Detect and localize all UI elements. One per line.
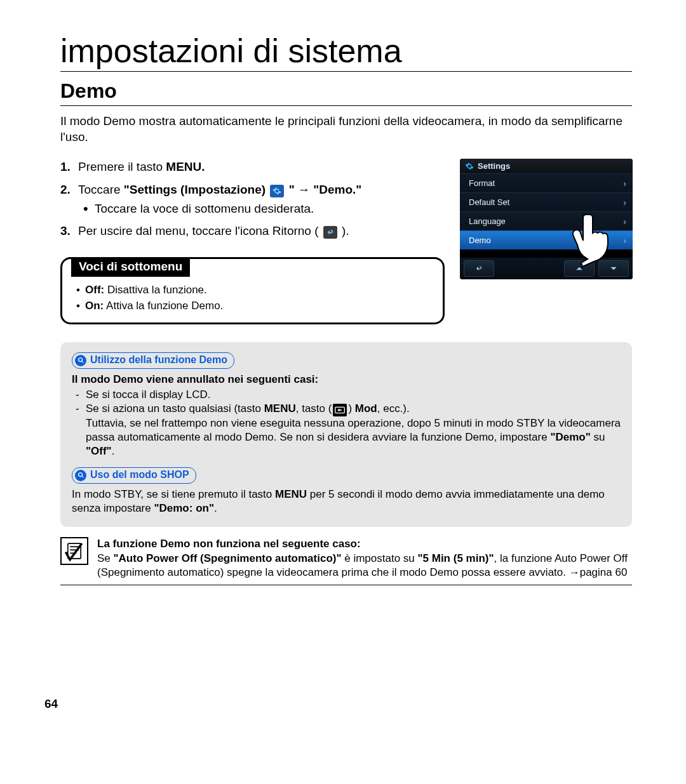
screen-row-label: Format bbox=[469, 178, 495, 188]
up-button[interactable] bbox=[564, 260, 595, 277]
note-heading: Il modo Demo viene annullato nei seguent… bbox=[72, 373, 318, 385]
screen-footer bbox=[460, 258, 633, 279]
t: Se bbox=[97, 552, 114, 564]
gear-icon bbox=[465, 162, 474, 171]
screen-row-default-set[interactable]: Default Set› bbox=[460, 192, 633, 211]
t: Se si aziona un tasto qualsiasi (tasto bbox=[86, 402, 264, 415]
step-2: Toccare "Settings (Impostazione) " → "De… bbox=[60, 182, 445, 216]
page-number: 64 bbox=[44, 697, 58, 711]
mode-icon bbox=[333, 404, 347, 416]
t: . bbox=[112, 445, 115, 457]
step-2-bold-a: "Settings (Impostazione) bbox=[124, 183, 269, 196]
note-pill-label: Uso del modo SHOP bbox=[90, 468, 189, 482]
chevron-right-icon: › bbox=[623, 197, 626, 208]
down-button[interactable] bbox=[598, 260, 629, 277]
camcorder-screen: Settings Format› Default Set› Language› … bbox=[460, 159, 633, 279]
t: "Auto Power Off (Spegnimento automatico)… bbox=[114, 552, 342, 564]
submenu-on-text: Attiva la funzione Demo. bbox=[104, 300, 223, 312]
chevron-right-icon: › bbox=[623, 216, 626, 227]
note-dash-2-cont: Tuttavia, se nel frattempo non viene ese… bbox=[72, 416, 621, 458]
submenu-box: Voci di sottomenu Off: Disattiva la funz… bbox=[60, 257, 445, 324]
t: , ecc.). bbox=[377, 402, 410, 415]
step-2-sub: Toccare la voce di sottomenu desiderata. bbox=[78, 201, 445, 217]
t: ) bbox=[348, 402, 354, 415]
note-dash-2: Se si aziona un tasto qualsiasi (tasto M… bbox=[72, 402, 621, 416]
section-title: Demo bbox=[60, 79, 632, 103]
t: MENU bbox=[275, 488, 307, 500]
t: su bbox=[591, 431, 605, 443]
screen-row-label: Demo bbox=[469, 236, 491, 245]
screen-row-label: Language bbox=[469, 216, 506, 226]
t: "Demo" bbox=[550, 431, 590, 443]
t: In modo STBY, se si tiene premuto il tas… bbox=[72, 488, 275, 500]
submenu-item-on: On: Attiva la funzione Demo. bbox=[74, 298, 431, 314]
note-pill-demo: Utilizzo della funzione Demo bbox=[72, 352, 234, 369]
step-3-pre: Per uscire dal menu, toccare l'icona Rit… bbox=[78, 224, 322, 237]
note-icon bbox=[60, 537, 88, 565]
submenu-on-label: On: bbox=[85, 300, 104, 312]
submenu-off-label: Off: bbox=[85, 284, 104, 296]
screen-row-demo[interactable]: Demo› bbox=[460, 230, 633, 249]
step-2-pre: Toccare bbox=[78, 183, 124, 196]
divider bbox=[60, 105, 632, 106]
t: Tuttavia, se nel frattempo non viene ese… bbox=[86, 417, 621, 443]
t: Mod bbox=[355, 402, 377, 415]
manual-page: impostazioni di sistema Demo Il modo Dem… bbox=[0, 0, 686, 611]
screen-row-language[interactable]: Language› bbox=[460, 211, 633, 230]
chevron-right-icon: › bbox=[623, 178, 626, 189]
t: "5 Min (5 min)" bbox=[418, 552, 494, 564]
screen-header: Settings bbox=[460, 159, 633, 173]
gear-icon bbox=[270, 185, 284, 197]
svg-rect-1 bbox=[68, 544, 81, 559]
t: è impostato su bbox=[341, 552, 417, 564]
chapter-title: impostazioni di sistema bbox=[60, 32, 632, 72]
t: MENU bbox=[264, 402, 296, 415]
step-3: Per uscire dal menu, toccare l'icona Rit… bbox=[60, 223, 445, 239]
submenu-item-off: Off: Disattiva la funzione. bbox=[74, 282, 431, 298]
screen-header-text: Settings bbox=[478, 161, 510, 171]
step-1-text: Premere il tasto bbox=[78, 160, 166, 173]
note-pill-shop: Uso del modo SHOP bbox=[72, 467, 196, 484]
intro-paragraph: Il modo Demo mostra automaticamente le p… bbox=[60, 114, 632, 145]
warning-row: La funzione Demo non funziona nel seguen… bbox=[60, 537, 632, 579]
magnifier-icon bbox=[75, 355, 86, 366]
magnifier-icon bbox=[75, 470, 86, 481]
step-1: Premere il tasto MENU. bbox=[60, 159, 445, 175]
back-button[interactable] bbox=[464, 260, 494, 277]
chevron-right-icon: › bbox=[623, 236, 626, 246]
screenshot-column: Settings Format› Default Set› Language› … bbox=[460, 159, 638, 279]
t: "Off" bbox=[86, 445, 112, 457]
t: , tasto ( bbox=[296, 402, 332, 415]
note-pill-label: Utilizzo della funzione Demo bbox=[90, 354, 227, 367]
steps-column: Premere il tasto MENU. Toccare "Settings… bbox=[60, 159, 445, 324]
return-icon bbox=[323, 226, 337, 239]
submenu-off-text: Disattiva la funzione. bbox=[104, 284, 207, 296]
note-panel: Utilizzo della funzione Demo Il modo Dem… bbox=[60, 342, 632, 527]
submenu-tab: Voci di sottomenu bbox=[71, 257, 190, 277]
note-shop-text: In modo STBY, se si tiene premuto il tas… bbox=[72, 488, 621, 515]
note-dash-1: Se si tocca il display LCD. bbox=[72, 388, 621, 402]
screen-row-format[interactable]: Format› bbox=[460, 173, 633, 192]
step-1-bold: MENU. bbox=[166, 160, 205, 173]
warning-heading: La funzione Demo non funziona nel seguen… bbox=[97, 538, 361, 550]
step-3-post: ). bbox=[339, 224, 349, 237]
t: "Demo: on" bbox=[154, 502, 214, 514]
divider bbox=[60, 585, 632, 585]
step-2-bold-b: " → "Demo." bbox=[285, 183, 361, 196]
warning-dash-1: Se "Auto Power Off (Spegnimento automati… bbox=[97, 552, 632, 580]
t: . bbox=[214, 502, 217, 514]
screen-row-label: Default Set bbox=[469, 197, 509, 207]
